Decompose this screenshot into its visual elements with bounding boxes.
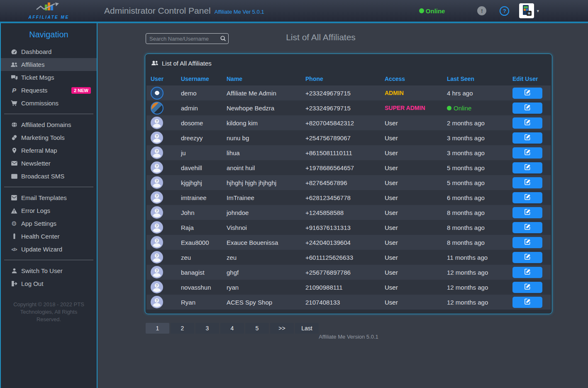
cell-phone: +256776897786 [301, 269, 381, 276]
thermometer-icon [10, 233, 18, 239]
sidebar-item-ticket-msgs[interactable]: Ticket Msgs [1, 71, 97, 84]
sign-out-icon [10, 281, 18, 286]
sidebar-divider [4, 187, 93, 187]
sidebar-item-affiliated-domains[interactable]: Affiliated Domains [1, 118, 97, 131]
sidebar-title: Navigation [1, 23, 97, 45]
column-header-last-seen: Last Seen [443, 76, 508, 82]
table-row: adminNewhope Bedzra+233249679715SUPER AD… [146, 100, 551, 115]
cell-phone: +6011125626633 [301, 254, 381, 261]
cell-phone: +233249679715 [301, 105, 381, 112]
edit-user-button[interactable] [512, 147, 542, 159]
sidebar-item-referral-map[interactable]: Referral Map [1, 144, 97, 157]
cell-access: User [381, 254, 443, 261]
sidebar-item-log-out[interactable]: Log Out [1, 277, 97, 290]
paypal-icon: P [10, 87, 18, 94]
column-header-access: Access [381, 76, 443, 82]
edit-user-button[interactable] [512, 252, 542, 263]
edit-user-button[interactable] [512, 297, 542, 308]
sidebar-item-error-logs[interactable]: Error Logs [1, 204, 97, 217]
edit-user-button[interactable] [512, 177, 542, 188]
edit-user-button[interactable] [512, 282, 542, 293]
edit-user-button[interactable] [512, 102, 542, 114]
edit-pen-square-icon [525, 298, 531, 306]
brand-logo-text: Affiliate Me [28, 15, 69, 20]
sidebar-item-email-templates[interactable]: Email Templates [1, 191, 97, 204]
sidebar-divider [4, 260, 93, 260]
cell-last-seen: 12 months ago [443, 269, 508, 276]
svg-text:?: ? [156, 268, 158, 273]
table-row: ?imtraineeImTrainee+628123456778User6 mo… [146, 190, 551, 205]
cell-access: User [381, 209, 443, 216]
cell-last-seen: 5 months ago [443, 164, 508, 171]
cell-phone: +242040139604 [301, 239, 381, 246]
map-marker-icon [10, 147, 18, 154]
default-question-avatar: ? [151, 161, 163, 174]
cell-phone: +628123456778 [301, 194, 381, 201]
cell-name: Affiliate Me Admin [222, 90, 301, 97]
alert-icon[interactable]: ! [477, 6, 486, 15]
new-requests-badge: 2 NEW [71, 87, 91, 94]
edit-user-button[interactable] [512, 192, 542, 203]
cell-name: kildong kim [222, 120, 301, 127]
svg-text:?: ? [156, 254, 158, 258]
edit-pen-square-icon [525, 194, 531, 201]
help-icon[interactable]: ? [500, 6, 509, 16]
pagination: 12345>>Last [146, 323, 320, 334]
user-avatar[interactable] [519, 3, 534, 18]
edit-user-button[interactable] [512, 267, 542, 278]
edit-pen-square-icon [525, 134, 531, 142]
sidebar-item-broadcast-sms[interactable]: Broadcast SMS [1, 170, 97, 183]
page-button-1[interactable]: 1 [146, 323, 169, 334]
edit-user-button[interactable] [512, 162, 542, 173]
cell-phone: +82764567896 [301, 179, 381, 186]
page-button-3[interactable]: 3 [195, 323, 219, 334]
sidebar-item-label: Affiliates [21, 61, 44, 68]
page-button-5[interactable]: 5 [245, 323, 269, 334]
sidebar-item-marketing-tools[interactable]: Marketing Tools [1, 131, 97, 144]
edit-user-button[interactable] [512, 207, 542, 218]
panel-header: List of All Affiliates [145, 54, 552, 72]
sidebar-item-app-settings[interactable]: ⚙App Settings [1, 217, 97, 230]
cell-phone: +916376131313 [301, 224, 381, 231]
globe-icon [10, 122, 18, 128]
cell-access: User [381, 284, 443, 291]
cell-phone: 21090988111 [301, 284, 381, 291]
edit-pen-square-icon [525, 164, 531, 171]
edit-user-button[interactable] [512, 117, 542, 129]
default-question-avatar: ? [151, 281, 163, 293]
cell-username: Raja [177, 224, 222, 231]
sidebar-item-update-wizard[interactable]: </>Update Wizard [1, 243, 97, 256]
sidebar-item-newsletter[interactable]: Newsletter [1, 157, 97, 170]
sidebar-item-dashboard[interactable]: Dashboard [1, 45, 97, 58]
cell-phone: +233249679715 [301, 90, 381, 97]
default-question-avatar: ? [151, 146, 163, 159]
brand-logo[interactable]: Affiliate Me [0, 2, 98, 20]
edit-user-button[interactable] [512, 222, 542, 233]
sidebar-item-health-center[interactable]: Health Center [1, 230, 97, 243]
sidebar-item-affiliates[interactable]: Affiliates [1, 58, 97, 71]
bar-chart-arrow-logo-icon [36, 2, 62, 15]
sidebar-item-commissions[interactable]: Commissions [1, 97, 97, 110]
table-row: ?kjgjhghjhjhghj hjgh jhjhghj+82764567896… [146, 175, 551, 190]
edit-user-button[interactable] [512, 88, 542, 99]
cell-access: User [381, 224, 443, 231]
cell-access: User [381, 179, 443, 186]
sidebar-item-switch-to-user[interactable]: Switch To User [1, 264, 97, 277]
sidebar-item-requests[interactable]: PRequests2 NEW [1, 84, 97, 97]
edit-pen-square-icon [525, 283, 531, 291]
page-button-2[interactable]: 2 [171, 323, 194, 334]
cell-last-seen: 5 months ago [443, 179, 508, 186]
edit-user-button[interactable] [512, 237, 542, 248]
edit-user-button[interactable] [512, 132, 542, 144]
svg-text:?: ? [156, 164, 158, 168]
default-question-avatar: ? [151, 236, 163, 249]
page-button-Last[interactable]: Last [295, 323, 319, 334]
page-button-next[interactable]: >> [270, 323, 294, 334]
footer-version: Affiliate Me Version 5.0.1 [145, 334, 552, 340]
cell-last-seen: 6 months ago [443, 194, 508, 201]
page-button-4[interactable]: 4 [220, 323, 244, 334]
table-header-row: UserUsernameNamePhoneAccessLast SeenEdit… [146, 72, 551, 85]
cell-name: Vishnoi [222, 224, 301, 231]
sidebar-divider [4, 114, 93, 114]
chevron-down-icon[interactable]: ▾ [537, 8, 539, 14]
